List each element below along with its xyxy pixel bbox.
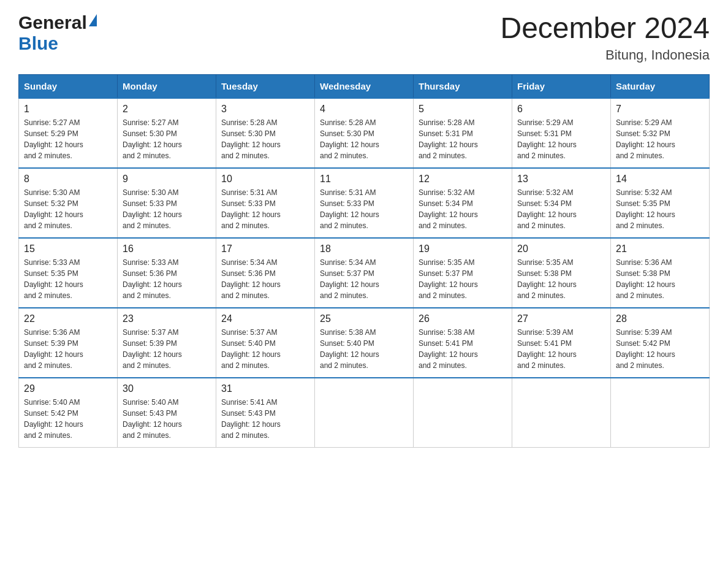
day-number: 30 [123,383,211,394]
calendar-cell [315,378,414,448]
day-info: Sunrise: 5:39 AM Sunset: 5:41 PM Dayligh… [517,327,605,371]
logo-general: General [18,12,87,33]
day-info: Sunrise: 5:35 AM Sunset: 5:38 PM Dayligh… [517,257,605,301]
day-info: Sunrise: 5:27 AM Sunset: 5:30 PM Dayligh… [123,117,211,161]
day-info: Sunrise: 5:38 AM Sunset: 5:40 PM Dayligh… [320,327,408,371]
weekday-header-tuesday: Tuesday [216,74,315,98]
weekday-header-friday: Friday [512,74,611,98]
day-info: Sunrise: 5:39 AM Sunset: 5:42 PM Dayligh… [616,327,704,371]
day-info: Sunrise: 5:36 AM Sunset: 5:38 PM Dayligh… [616,257,704,301]
day-info: Sunrise: 5:35 AM Sunset: 5:37 PM Dayligh… [419,257,507,301]
location: Bitung, Indonesia [500,47,710,63]
day-number: 14 [616,174,704,185]
calendar-week-row: 29 Sunrise: 5:40 AM Sunset: 5:42 PM Dayl… [19,378,710,448]
day-info: Sunrise: 5:40 AM Sunset: 5:43 PM Dayligh… [123,397,211,441]
calendar-cell: 28 Sunrise: 5:39 AM Sunset: 5:42 PM Dayl… [611,308,710,378]
day-info: Sunrise: 5:29 AM Sunset: 5:32 PM Dayligh… [616,117,704,161]
day-number: 9 [123,174,211,185]
day-number: 19 [419,243,507,255]
day-info: Sunrise: 5:30 AM Sunset: 5:33 PM Dayligh… [123,187,211,231]
calendar-cell: 31 Sunrise: 5:41 AM Sunset: 5:43 PM Dayl… [216,378,315,448]
day-info: Sunrise: 5:34 AM Sunset: 5:37 PM Dayligh… [320,257,408,301]
calendar-cell: 20 Sunrise: 5:35 AM Sunset: 5:38 PM Dayl… [512,238,611,308]
day-info: Sunrise: 5:36 AM Sunset: 5:39 PM Dayligh… [24,327,112,371]
calendar-cell [414,378,512,448]
weekday-header-sunday: Sunday [19,74,118,98]
day-number: 2 [123,104,211,115]
day-number: 24 [221,313,309,324]
weekday-header-wednesday: Wednesday [315,74,414,98]
day-number: 18 [320,243,408,255]
day-info: Sunrise: 5:41 AM Sunset: 5:43 PM Dayligh… [221,397,309,441]
day-info: Sunrise: 5:40 AM Sunset: 5:42 PM Dayligh… [24,397,112,441]
calendar-cell: 19 Sunrise: 5:35 AM Sunset: 5:37 PM Dayl… [414,238,512,308]
day-number: 1 [24,104,112,115]
day-info: Sunrise: 5:28 AM Sunset: 5:31 PM Dayligh… [419,117,507,161]
calendar-cell: 12 Sunrise: 5:32 AM Sunset: 5:34 PM Dayl… [414,168,512,238]
day-number: 11 [320,174,408,185]
calendar-week-row: 22 Sunrise: 5:36 AM Sunset: 5:39 PM Dayl… [19,308,710,378]
day-number: 28 [616,313,704,324]
day-info: Sunrise: 5:34 AM Sunset: 5:36 PM Dayligh… [221,257,309,301]
calendar-cell: 26 Sunrise: 5:38 AM Sunset: 5:41 PM Dayl… [414,308,512,378]
day-info: Sunrise: 5:28 AM Sunset: 5:30 PM Dayligh… [320,117,408,161]
calendar-cell: 5 Sunrise: 5:28 AM Sunset: 5:31 PM Dayli… [414,98,512,168]
calendar-cell: 6 Sunrise: 5:29 AM Sunset: 5:31 PM Dayli… [512,98,611,168]
calendar-week-row: 1 Sunrise: 5:27 AM Sunset: 5:29 PM Dayli… [19,98,710,168]
day-info: Sunrise: 5:32 AM Sunset: 5:34 PM Dayligh… [419,187,507,231]
day-info: Sunrise: 5:37 AM Sunset: 5:40 PM Dayligh… [221,327,309,371]
calendar-cell: 1 Sunrise: 5:27 AM Sunset: 5:29 PM Dayli… [19,98,118,168]
calendar-table: SundayMondayTuesdayWednesdayThursdayFrid… [18,74,710,448]
day-number: 10 [221,174,309,185]
day-info: Sunrise: 5:30 AM Sunset: 5:32 PM Dayligh… [24,187,112,231]
day-number: 23 [123,313,211,324]
calendar-cell: 3 Sunrise: 5:28 AM Sunset: 5:30 PM Dayli… [216,98,315,168]
logo-triangle-icon [89,14,97,26]
weekday-header-saturday: Saturday [611,74,710,98]
title-block: December 2024 Bitung, Indonesia [500,12,710,63]
day-number: 17 [221,243,309,255]
calendar-cell: 17 Sunrise: 5:34 AM Sunset: 5:36 PM Dayl… [216,238,315,308]
day-number: 22 [24,313,112,324]
calendar-cell [611,378,710,448]
calendar-cell: 14 Sunrise: 5:32 AM Sunset: 5:35 PM Dayl… [611,168,710,238]
day-number: 20 [517,243,605,255]
day-info: Sunrise: 5:31 AM Sunset: 5:33 PM Dayligh… [221,187,309,231]
month-title: December 2024 [500,12,710,45]
calendar-cell: 24 Sunrise: 5:37 AM Sunset: 5:40 PM Dayl… [216,308,315,378]
day-info: Sunrise: 5:27 AM Sunset: 5:29 PM Dayligh… [24,117,112,161]
logo-blue: Blue [18,33,58,54]
day-info: Sunrise: 5:33 AM Sunset: 5:35 PM Dayligh… [24,257,112,301]
calendar-cell: 27 Sunrise: 5:39 AM Sunset: 5:41 PM Dayl… [512,308,611,378]
day-number: 29 [24,383,112,394]
calendar-cell: 11 Sunrise: 5:31 AM Sunset: 5:33 PM Dayl… [315,168,414,238]
day-number: 4 [320,104,408,115]
calendar-cell: 10 Sunrise: 5:31 AM Sunset: 5:33 PM Dayl… [216,168,315,238]
calendar-week-row: 8 Sunrise: 5:30 AM Sunset: 5:32 PM Dayli… [19,168,710,238]
day-info: Sunrise: 5:33 AM Sunset: 5:36 PM Dayligh… [123,257,211,301]
calendar-cell: 25 Sunrise: 5:38 AM Sunset: 5:40 PM Dayl… [315,308,414,378]
day-info: Sunrise: 5:32 AM Sunset: 5:35 PM Dayligh… [616,187,704,231]
calendar-cell: 30 Sunrise: 5:40 AM Sunset: 5:43 PM Dayl… [118,378,216,448]
day-info: Sunrise: 5:31 AM Sunset: 5:33 PM Dayligh… [320,187,408,231]
calendar-cell: 15 Sunrise: 5:33 AM Sunset: 5:35 PM Dayl… [19,238,118,308]
day-number: 31 [221,383,309,394]
day-number: 3 [221,104,309,115]
day-info: Sunrise: 5:32 AM Sunset: 5:34 PM Dayligh… [517,187,605,231]
calendar-cell: 9 Sunrise: 5:30 AM Sunset: 5:33 PM Dayli… [118,168,216,238]
calendar-cell: 13 Sunrise: 5:32 AM Sunset: 5:34 PM Dayl… [512,168,611,238]
calendar-cell: 18 Sunrise: 5:34 AM Sunset: 5:37 PM Dayl… [315,238,414,308]
day-info: Sunrise: 5:28 AM Sunset: 5:30 PM Dayligh… [221,117,309,161]
calendar-cell: 16 Sunrise: 5:33 AM Sunset: 5:36 PM Dayl… [118,238,216,308]
calendar-cell: 8 Sunrise: 5:30 AM Sunset: 5:32 PM Dayli… [19,168,118,238]
weekday-header-row: SundayMondayTuesdayWednesdayThursdayFrid… [19,74,710,98]
calendar-cell [512,378,611,448]
calendar-cell: 21 Sunrise: 5:36 AM Sunset: 5:38 PM Dayl… [611,238,710,308]
day-number: 7 [616,104,704,115]
day-number: 15 [24,243,112,255]
day-info: Sunrise: 5:29 AM Sunset: 5:31 PM Dayligh… [517,117,605,161]
day-number: 12 [419,174,507,185]
day-number: 27 [517,313,605,324]
calendar-cell: 4 Sunrise: 5:28 AM Sunset: 5:30 PM Dayli… [315,98,414,168]
logo: General Blue [18,12,97,54]
